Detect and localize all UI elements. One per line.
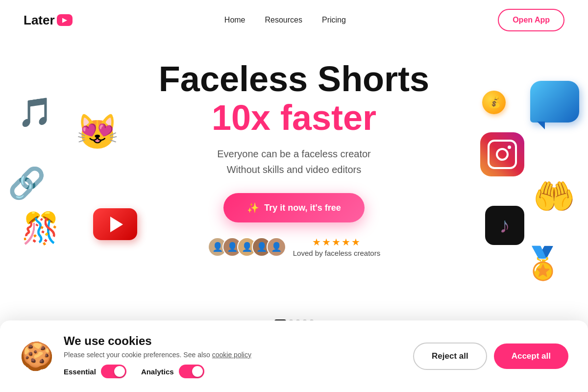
logo-icon — [57, 14, 73, 26]
reviews-section: 👤 👤 👤 👤 👤 ★★★★★ Loved by faceless creato… — [10, 236, 578, 257]
spark-icon: ✨ — [247, 202, 259, 214]
hero-headline: Faceless Shorts 10x faster — [10, 60, 578, 137]
hero-section: Faceless Shorts 10x faster Everyone can … — [0, 40, 588, 257]
cookie-description: Please select your cookie preferences. S… — [64, 351, 403, 359]
essential-toggle-label: Essential — [64, 365, 126, 378]
cookie-policy-link[interactable]: cookie policy — [212, 351, 251, 359]
open-app-button[interactable]: Open App — [498, 9, 564, 31]
analytics-toggle[interactable] — [179, 365, 204, 378]
analytics-toggle-label: Analytics — [141, 365, 204, 378]
review-text: Loved by faceless creators — [293, 249, 380, 257]
avatar-group: 👤 👤 👤 👤 👤 — [208, 237, 286, 257]
cookie-title: We use cookies — [64, 334, 403, 348]
reject-all-button[interactable]: Reject all — [413, 343, 487, 370]
nav-resources[interactable]: Resources — [265, 16, 302, 24]
logo[interactable]: Later — [24, 13, 73, 28]
nav-links: Home Resources Pricing — [224, 16, 346, 24]
navbar: Later Home Resources Pricing Open App — [0, 0, 588, 40]
cookie-banner: 🍪 We use cookies Please select your cook… — [0, 320, 588, 392]
star-rating: ★★★★★ — [293, 236, 380, 248]
avatar: 👤 — [267, 237, 286, 257]
logo-text: Later — [24, 13, 55, 28]
cookie-toggles: Essential Analytics — [64, 365, 403, 378]
hero-subtext: Everyone can be a faceless creator Witho… — [10, 146, 578, 177]
cookie-actions: Reject all Accept all — [413, 343, 568, 370]
cookie-content: We use cookies Please select your cookie… — [64, 334, 403, 378]
nav-pricing[interactable]: Pricing — [322, 16, 346, 24]
try-free-button[interactable]: ✨ Try it now, it's free — [223, 193, 365, 222]
essential-toggle[interactable] — [101, 365, 126, 378]
nav-home[interactable]: Home — [224, 16, 245, 24]
cookie-icon: 🍪 — [20, 340, 54, 372]
accept-all-button[interactable]: Accept all — [494, 343, 568, 369]
